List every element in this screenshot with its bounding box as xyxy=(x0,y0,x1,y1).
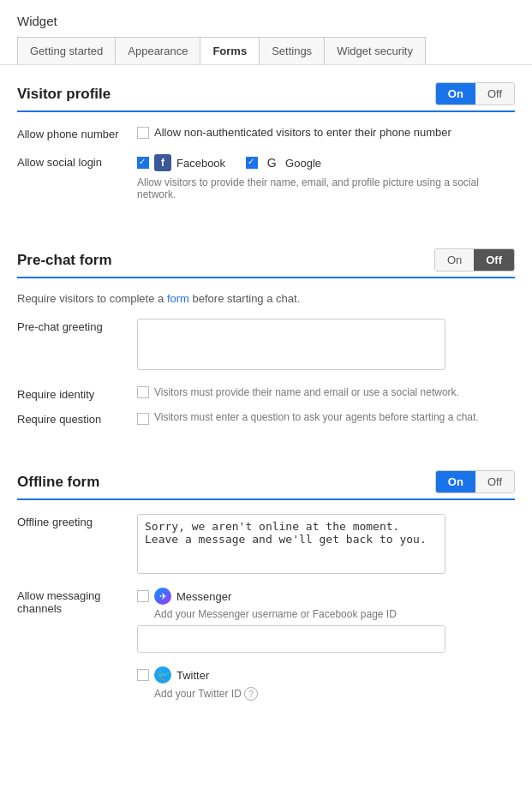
twitter-block: 🐦 Twitter Add your Twitter ID ? xyxy=(137,666,515,701)
offline-form-toggle: On Off xyxy=(435,470,515,493)
allow-phone-hint: Allow non-authenticated visitors to ente… xyxy=(154,126,451,139)
visitor-profile-toggle: On Off xyxy=(435,82,515,105)
messenger-icon: ✈ xyxy=(154,588,171,605)
require-question-row: Require question Visitors must enter a q… xyxy=(17,411,515,426)
allow-channels-label: Allow messaging channels xyxy=(17,588,137,615)
google-icon: G xyxy=(263,154,280,171)
allow-phone-label: Allow phone number xyxy=(17,126,137,140)
facebook-checkbox[interactable] xyxy=(137,157,149,169)
facebook-icon: f xyxy=(154,154,171,171)
page-title: Widget xyxy=(17,14,57,28)
allow-channels-row: Allow messaging channels ✈ Messenger Add… xyxy=(17,588,515,714)
visitor-profile-on-btn[interactable]: On xyxy=(436,83,475,104)
offline-greeting-row: Offline greeting xyxy=(17,514,515,574)
pre-chat-greeting-input[interactable] xyxy=(137,319,445,370)
allow-phone-checkbox[interactable] xyxy=(137,127,149,139)
pre-chat-off-btn[interactable]: Off xyxy=(474,249,514,271)
pre-chat-on-btn[interactable]: On xyxy=(435,249,474,271)
messenger-input[interactable] xyxy=(137,625,445,653)
pre-chat-toggle: On Off xyxy=(434,248,515,272)
offline-greeting-label: Offline greeting xyxy=(17,514,137,528)
offline-form-title: Offline form xyxy=(17,474,99,491)
offline-form-on-btn[interactable]: On xyxy=(436,471,475,493)
require-question-checkbox[interactable] xyxy=(137,413,149,425)
pre-chat-form-link[interactable]: form xyxy=(167,292,189,305)
offline-form-off-btn[interactable]: Off xyxy=(475,471,514,493)
offline-greeting-input[interactable] xyxy=(137,514,445,574)
require-identity-hint: Visitors must provide their name and ema… xyxy=(154,386,459,398)
allow-social-row: Allow social login f Facebook G Google A… xyxy=(17,154,515,200)
tab-forms[interactable]: Forms xyxy=(200,37,260,64)
tab-settings[interactable]: Settings xyxy=(259,37,325,64)
social-hint: Allow visitors to provide their name, em… xyxy=(137,176,515,200)
messenger-label: Messenger xyxy=(176,590,231,603)
visitor-profile-title: Visitor profile xyxy=(17,86,111,103)
tab-appearance[interactable]: Appearance xyxy=(115,37,200,64)
visitor-profile-off-btn[interactable]: Off xyxy=(475,83,514,104)
require-question-hint: Visitors must enter a question to ask yo… xyxy=(154,411,479,423)
tab-widget-security[interactable]: Widget security xyxy=(324,37,426,64)
pre-chat-intro: Require visitors to complete a form befo… xyxy=(17,292,515,305)
allow-social-label: Allow social login xyxy=(17,154,137,169)
require-identity-row: Require identity Visitors must provide t… xyxy=(17,386,515,401)
pre-chat-form-section: Pre-chat form On Off Require visitors to… xyxy=(17,248,515,453)
google-label: Google xyxy=(285,157,321,170)
pre-chat-greeting-row: Pre-chat greeting xyxy=(17,319,515,373)
require-question-label: Require question xyxy=(17,411,137,426)
allow-phone-row: Allow phone number Allow non-authenticat… xyxy=(17,126,515,140)
facebook-label: Facebook xyxy=(176,157,225,170)
offline-form-section: Offline form On Off Offline greeting All… xyxy=(17,470,515,745)
twitter-label: Twitter xyxy=(176,669,209,682)
twitter-icon: 🐦 xyxy=(154,666,171,684)
messenger-hint: Add your Messenger username or Facebook … xyxy=(154,608,515,620)
twitter-hint: Add your Twitter ID ? xyxy=(154,687,515,701)
visitor-profile-section: Visitor profile On Off Allow phone numbe… xyxy=(17,82,515,231)
pre-chat-greeting-label: Pre-chat greeting xyxy=(17,319,137,333)
page-header: Widget xyxy=(0,0,532,28)
tab-bar: Getting started Appearance Forms Setting… xyxy=(0,28,532,65)
twitter-checkbox[interactable] xyxy=(137,669,149,681)
twitter-help-icon[interactable]: ? xyxy=(244,687,258,701)
messenger-block: ✈ Messenger Add your Messenger username … xyxy=(137,588,515,653)
google-checkbox[interactable] xyxy=(246,157,258,169)
pre-chat-title: Pre-chat form xyxy=(17,252,112,269)
tab-getting-started[interactable]: Getting started xyxy=(17,37,116,64)
require-identity-label: Require identity xyxy=(17,386,137,401)
messenger-checkbox[interactable] xyxy=(137,590,149,602)
require-identity-checkbox[interactable] xyxy=(137,386,149,398)
